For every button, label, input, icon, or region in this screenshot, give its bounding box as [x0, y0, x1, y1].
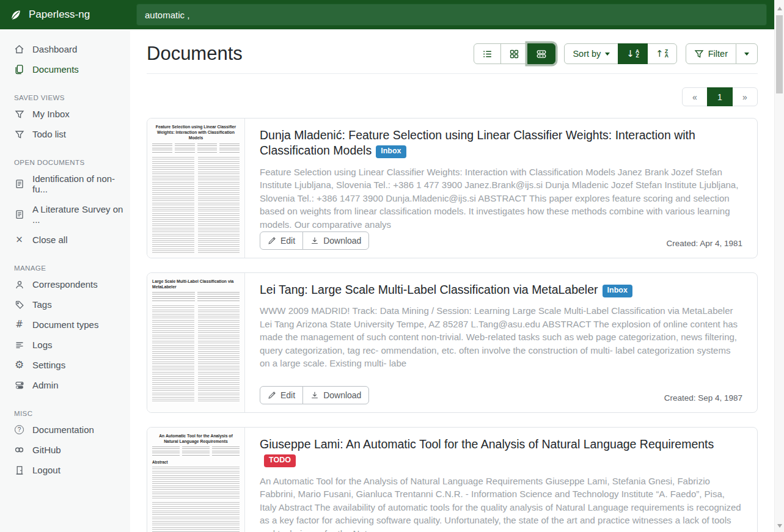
- toolbar: Sort by ↓ AZ ↑ ZA: [474, 43, 758, 64]
- sidebar-item-label: Logout: [32, 465, 60, 475]
- edit-button[interactable]: Edit: [260, 386, 303, 404]
- filter-group: Filter: [686, 43, 758, 64]
- scroll-up-arrow-icon[interactable]: [775, 4, 784, 13]
- pagination: « 1 »: [147, 87, 758, 106]
- thumbnail-page: Large Scale Multi-Label Classification v…: [147, 273, 244, 412]
- document-card: Feature Selection using Linear Classifie…: [147, 118, 758, 258]
- chevron-down-icon: [744, 53, 749, 56]
- funnel-icon: [14, 129, 24, 139]
- scrollbar-thumb[interactable]: [776, 15, 783, 93]
- main-content: Documents: [130, 29, 774, 532]
- sidebar-item-label: Admin: [32, 380, 59, 390]
- sidebar-item-document-types[interactable]: # Document types: [0, 315, 130, 335]
- filter-dropdown-button[interactable]: [736, 43, 758, 64]
- sidebar-item-todo-list[interactable]: Todo list: [0, 124, 130, 144]
- door-icon: [14, 465, 24, 475]
- download-icon: [310, 391, 319, 399]
- list-lines-icon: [14, 340, 24, 350]
- sidebar-item-tags[interactable]: Tags: [0, 294, 130, 315]
- app-brand[interactable]: Paperless-ng: [0, 9, 130, 21]
- tag-badge[interactable]: Inbox: [376, 145, 406, 158]
- sidebar-item-close-all[interactable]: × Close all: [0, 230, 130, 250]
- list-view-button[interactable]: [474, 43, 501, 64]
- sidebar-item-label: Correspondents: [32, 279, 98, 290]
- filter-button[interactable]: Filter: [686, 43, 736, 64]
- thumbnail-authors: [152, 144, 240, 153]
- sidebar-item-label: Identification of non-fu...: [32, 173, 124, 194]
- sort-descending-button[interactable]: ↑ ZA: [647, 43, 677, 64]
- document-title[interactable]: Dunja Mladenić: Feature Selection using …: [260, 128, 742, 159]
- tag-badge[interactable]: Inbox: [603, 285, 632, 297]
- download-button[interactable]: Download: [302, 386, 369, 404]
- sidebar-item-open-doc-1[interactable]: Identification of non-fu...: [0, 169, 130, 199]
- sort-ascending-button[interactable]: ↓ AZ: [618, 43, 648, 64]
- sidebar-item-documentation[interactable]: ? Documentation: [0, 420, 130, 440]
- detail-view-button[interactable]: [527, 43, 555, 64]
- thumbnail-title: An Automatic Tool for the Analysis of Na…: [152, 433, 240, 444]
- document-thumbnail[interactable]: Large Scale Multi-Label Classification v…: [147, 273, 245, 412]
- question-circle-icon: ?: [14, 425, 24, 435]
- document-title[interactable]: Lei Tang: Large Scale Multi-Label Classi…: [260, 282, 742, 297]
- pagination-page-1-button[interactable]: 1: [707, 87, 733, 106]
- chevron-down-icon: [605, 53, 610, 56]
- pencil-icon: [268, 391, 276, 399]
- document-card-body: Lei Tang: Large Scale Multi-Label Classi…: [245, 273, 757, 412]
- sidebar-item-open-doc-2[interactable]: A Literature Survey on ...: [0, 199, 130, 230]
- sidebar-item-label: Close all: [32, 235, 68, 245]
- edit-label: Edit: [280, 236, 295, 246]
- sidebar-section-manage: MANAGE: [0, 260, 130, 274]
- document-excerpt: An Automatic Tool for the Analysis of Na…: [260, 475, 742, 532]
- download-label: Download: [323, 390, 361, 400]
- document-card-body: Giuseppe Lami: An Automatic Tool for the…: [245, 428, 757, 532]
- document-thumbnail[interactable]: Feature Selection using Linear Classifie…: [147, 118, 245, 258]
- sort-down-alpha-icon: ↓ AZ: [626, 48, 639, 59]
- document-title[interactable]: Giuseppe Lami: An Automatic Tool for the…: [260, 437, 742, 468]
- pagination-next-button[interactable]: »: [732, 87, 758, 106]
- sort-group: Sort by ↓ AZ ↑ ZA: [564, 43, 676, 64]
- sidebar-item-label: GitHub: [32, 445, 61, 455]
- sidebar-section-saved-views: SAVED VIEWS: [0, 89, 130, 104]
- sidebar-section-open-documents: OPEN DOCUMENTS: [0, 154, 130, 169]
- sidebar-item-settings[interactable]: ⚙ Settings: [0, 355, 130, 375]
- home-icon: [14, 44, 24, 54]
- document-card: Large Scale Multi-Label Classification v…: [147, 272, 758, 413]
- sidebar-item-logs[interactable]: Logs: [0, 335, 130, 355]
- grid-view-button[interactable]: [500, 43, 528, 64]
- close-icon: ×: [14, 235, 24, 245]
- sidebar-item-github[interactable]: GitHub: [0, 440, 130, 460]
- funnel-icon: [14, 109, 24, 119]
- document-card: An Automatic Tool for the Analysis of Na…: [147, 427, 758, 532]
- sort-by-dropdown-button[interactable]: Sort by: [564, 43, 618, 64]
- sidebar-item-dashboard[interactable]: Dashboard: [0, 39, 130, 59]
- document-card-body: Dunja Mladenić: Feature Selection using …: [245, 118, 757, 258]
- tag-badge[interactable]: TODO: [264, 454, 296, 467]
- edit-button[interactable]: Edit: [260, 231, 303, 250]
- search-input[interactable]: [136, 4, 767, 26]
- pagination-prev-button[interactable]: «: [682, 87, 708, 106]
- toggles-icon: [14, 380, 24, 390]
- document-actions: Edit Download: [260, 231, 369, 250]
- sidebar-item-label: Documents: [32, 64, 79, 75]
- file-text-icon: [14, 210, 24, 220]
- filter-label: Filter: [708, 49, 728, 59]
- sidebar-item-documents[interactable]: Documents: [0, 59, 130, 79]
- scroll-down-arrow-icon[interactable]: [775, 521, 784, 531]
- sidebar-item-admin[interactable]: Admin: [0, 375, 130, 395]
- document-thumbnail[interactable]: An Automatic Tool for the Analysis of Na…: [147, 428, 245, 532]
- file-text-icon: [14, 179, 24, 189]
- thumbnail-text-block: [152, 467, 240, 498]
- sidebar-item-logout[interactable]: Logout: [0, 460, 130, 480]
- pencil-icon: [268, 236, 276, 245]
- download-button[interactable]: Download: [302, 231, 369, 250]
- sidebar-item-label: Settings: [32, 360, 65, 370]
- created-date: Created: Apr 4, 1981: [666, 239, 742, 250]
- created-date: Created: Sep 4, 1987: [664, 393, 742, 404]
- document-card-footer: Edit Download Created: Apr 4, 1981: [260, 231, 742, 250]
- top-navbar: Paperless-ng: [0, 0, 774, 29]
- sidebar-item-correspondents[interactable]: Correspondents: [0, 274, 130, 294]
- sidebar-item-label: My Inbox: [32, 109, 70, 119]
- leaf-logo-icon: [9, 9, 22, 21]
- thumbnail-authors: [152, 292, 240, 302]
- sidebar-item-my-inbox[interactable]: My Inbox: [0, 104, 130, 124]
- sort-up-alpha-icon: ↑ ZA: [656, 48, 669, 59]
